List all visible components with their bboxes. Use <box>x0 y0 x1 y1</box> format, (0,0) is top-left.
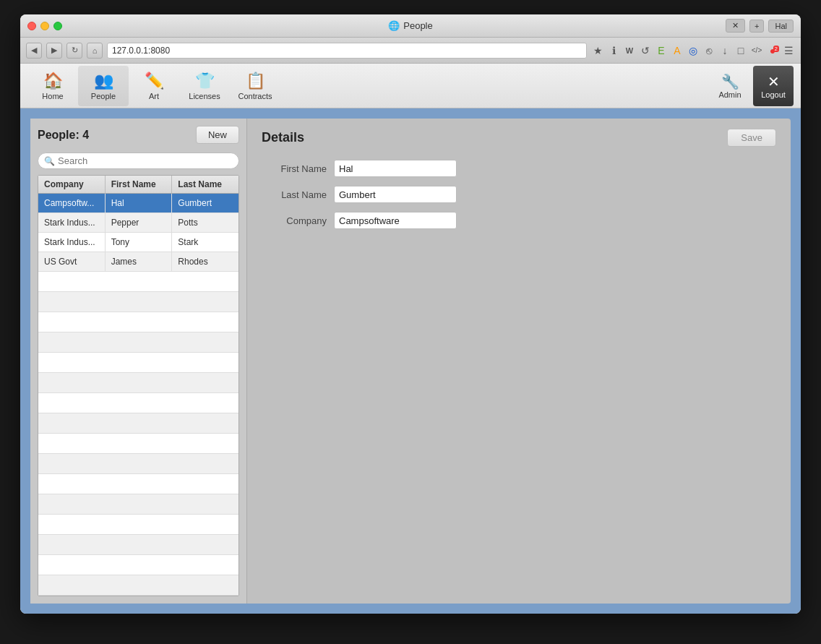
cell-first_name: Tony <box>106 233 173 252</box>
toolbar-licenses[interactable]: 👕 Licenses <box>179 66 230 106</box>
col-last-name: Last Name <box>172 176 238 193</box>
window-favicon: 🌐 <box>388 20 400 31</box>
form-row-last_name: Last Name <box>262 186 776 203</box>
close-traffic-light[interactable] <box>27 22 36 30</box>
amazon-icon[interactable]: A <box>671 44 684 57</box>
table-row[interactable]: US GovtJamesRhodes <box>38 252 238 272</box>
cell-first_name: Pepper <box>106 213 173 232</box>
maximize-traffic-light[interactable] <box>53 22 62 30</box>
contracts-icon: 📋 <box>246 72 265 90</box>
empty-row <box>38 535 238 555</box>
right-panel: Details Save First NameLast NameCompany <box>247 119 791 604</box>
people-count: People: 4 <box>38 129 89 142</box>
licenses-icon: 👕 <box>195 72 215 90</box>
details-header: Details Save <box>262 129 776 147</box>
empty-row <box>38 312 238 332</box>
cell-last_name: Stark <box>172 233 238 252</box>
toolbar-logout[interactable]: ✕ Logout <box>753 66 794 106</box>
input-company[interactable] <box>334 212 457 229</box>
title-bar: 🌐 People ✕ + Hal <box>20 14 801 38</box>
toolbar-art[interactable]: ✏️ Art <box>129 66 179 106</box>
empty-row <box>38 555 238 575</box>
refresh-btn[interactable]: ↻ <box>66 43 82 59</box>
app-window: 🌐 People ✕ + Hal ◀ ▶ ↻ ⌂ ★ ℹ W ↺ E A ◎ ⎋… <box>20 14 801 614</box>
back-btn[interactable]: ◀ <box>26 43 42 59</box>
extensions-icon[interactable]: ●2 <box>766 44 779 57</box>
empty-row <box>38 434 238 454</box>
empty-row <box>38 373 238 393</box>
refresh2-icon[interactable]: ↺ <box>639 44 652 57</box>
window-title: 🌐 People <box>388 20 432 31</box>
new-tab-btn[interactable]: + <box>749 20 764 33</box>
input-last_name[interactable] <box>334 186 457 203</box>
table-header: Company First Name Last Name <box>38 176 238 194</box>
admin-icon: 🔧 <box>721 73 739 90</box>
table-row[interactable]: Campsoftw...HalGumbert <box>38 194 238 213</box>
home-icon: 🏠 <box>43 72 63 90</box>
translate-icon[interactable]: W <box>623 44 636 57</box>
devtools-icon[interactable]: </> <box>750 44 763 57</box>
cell-first_name: James <box>106 252 173 271</box>
left-panel: People: 4 New 🔍 Company First Name Last … <box>30 119 247 604</box>
empty-row <box>38 575 238 596</box>
content-panel: People: 4 New 🔍 Company First Name Last … <box>30 119 791 604</box>
empty-row <box>38 393 238 413</box>
cell-last_name: Rhodes <box>172 252 238 271</box>
new-button[interactable]: New <box>196 126 239 144</box>
people-icon: 👥 <box>94 72 113 90</box>
table-row[interactable]: Stark Indus...PepperPotts <box>38 213 238 233</box>
toolbar-home[interactable]: 🏠 Home <box>27 66 78 106</box>
url-input[interactable] <box>107 43 587 59</box>
window-icon[interactable]: □ <box>734 44 747 57</box>
search-input[interactable] <box>58 155 233 166</box>
main-content: People: 4 New 🔍 Company First Name Last … <box>20 108 801 614</box>
home-nav-btn[interactable]: ⌂ <box>87 43 103 59</box>
evernote-icon[interactable]: E <box>655 44 668 57</box>
minimize-traffic-light[interactable] <box>40 22 49 30</box>
people-table: Company First Name Last Name Campsoftw..… <box>38 175 239 596</box>
col-company: Company <box>38 176 106 193</box>
empty-row <box>38 474 238 494</box>
left-panel-header: People: 4 New <box>38 126 239 144</box>
info-icon[interactable]: ℹ <box>607 44 620 57</box>
bookmark-icon[interactable]: ★ <box>591 44 604 57</box>
save-button[interactable]: Save <box>727 129 776 147</box>
cell-first_name: Hal <box>106 194 173 212</box>
details-title: Details <box>262 130 304 145</box>
search-icon: 🔍 <box>44 156 55 166</box>
download-icon[interactable]: ↓ <box>718 44 731 57</box>
toolbar-people[interactable]: 👥 People <box>78 66 129 106</box>
empty-row <box>38 272 238 292</box>
empty-row <box>38 454 238 474</box>
url-toolbar-icons: ★ ℹ W ↺ E A ◎ ⎋ ↓ □ </> ●2 ☰ <box>591 44 795 57</box>
forward-btn[interactable]: ▶ <box>46 43 62 59</box>
art-icon: ✏️ <box>145 72 164 90</box>
toolbar-contracts[interactable]: 📋 Contracts <box>230 66 280 106</box>
tab-close-btn[interactable]: ✕ <box>726 19 745 33</box>
share-icon[interactable]: ⎋ <box>702 44 715 57</box>
url-bar: ◀ ▶ ↻ ⌂ ★ ℹ W ↺ E A ◎ ⎋ ↓ □ </> ●2 ☰ <box>20 38 801 64</box>
menu-icon[interactable]: ☰ <box>782 44 795 57</box>
toolbar-admin[interactable]: 🔧 Admin <box>710 66 750 106</box>
empty-row <box>38 353 238 373</box>
empty-row <box>38 515 238 535</box>
col-first-name: First Name <box>106 176 173 193</box>
empty-row <box>38 494 238 515</box>
grammarly-icon[interactable]: ◎ <box>687 44 700 57</box>
cell-company: Stark Indus... <box>38 233 106 252</box>
cell-company: US Govt <box>38 252 106 271</box>
empty-row <box>38 413 238 434</box>
form-fields: First NameLast NameCompany <box>262 160 776 229</box>
cell-last_name: Potts <box>172 213 238 232</box>
table-body: Campsoftw...HalGumbertStark Indus...Pepp… <box>38 194 238 596</box>
cell-company: Stark Indus... <box>38 213 106 232</box>
search-box[interactable]: 🔍 <box>38 153 239 169</box>
traffic-lights <box>27 22 62 30</box>
table-row[interactable]: Stark Indus...TonyStark <box>38 233 238 252</box>
label-company: Company <box>262 215 327 226</box>
logout-icon: ✕ <box>768 73 780 90</box>
app-toolbar: 🏠 Home 👥 People ✏️ Art 👕 Licenses 📋 Cont… <box>20 64 801 108</box>
user-btn[interactable]: Hal <box>768 20 794 33</box>
label-first_name: First Name <box>262 163 327 174</box>
input-first_name[interactable] <box>334 160 457 177</box>
